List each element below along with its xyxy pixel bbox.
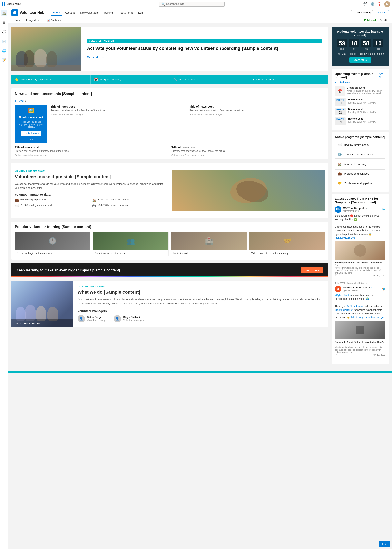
training-card-0[interactable]: 🕐 Overview: Login and track hours bbox=[15, 231, 91, 257]
news-grid-2: Title of news post Preview that shows th… bbox=[15, 146, 325, 156]
sharepoint-icon bbox=[2, 2, 5, 6]
stat-0: 💼 6,000 new job placements bbox=[15, 198, 91, 202]
hero-cta-link[interactable]: Get started → bbox=[87, 56, 322, 59]
nav-home[interactable]: Home bbox=[51, 10, 62, 16]
add-news-button[interactable]: + + Add News bbox=[21, 131, 41, 136]
sidebar-chat-icon[interactable]: 💬 bbox=[1, 29, 7, 35]
training-card-1[interactable]: 👥 Coordinate a volunteer event bbox=[93, 231, 169, 257]
training-grid: 🕐 Overview: Login and track hours 👥 Coor… bbox=[15, 231, 325, 257]
tweet-0-header: MN MSFT for Nonprofits ✓ @msftnonprofits… bbox=[335, 206, 385, 213]
training-thumb-2: 🏥 bbox=[171, 232, 247, 250]
home-icon: 🏠 bbox=[92, 198, 96, 202]
training-section: Popular volunteer training [Sample conte… bbox=[11, 222, 328, 260]
quick-link-toolkit[interactable]: 🔧 Volunteer toolkit bbox=[170, 75, 249, 84]
news-title: News and announcements [Sample content] bbox=[15, 92, 92, 96]
search-input[interactable] bbox=[166, 2, 222, 6]
countdown-sec: 15 sec bbox=[373, 39, 383, 50]
about-heading: What we do [Sample content] bbox=[77, 290, 323, 295]
childcare-icon: ⚙️ bbox=[337, 153, 342, 156]
making-diff-section: MAKING A DIFFERENCE Volunteers make it p… bbox=[11, 163, 328, 218]
quick-link-program-directory[interactable]: 📅 Program directory bbox=[91, 75, 170, 84]
stats-grid: 💼 6,000 new job placements 🏠 13,000 fami… bbox=[15, 198, 168, 208]
sidebar-notes-icon[interactable]: 📝 bbox=[1, 57, 7, 63]
quick-link-volunteer-day[interactable]: ⭐ Volunteer day registration bbox=[11, 75, 91, 84]
news-create-block[interactable]: 🖼️ Create a news post Keep your audience… bbox=[15, 105, 47, 143]
training-card-2[interactable]: 🏥 Basic first-aid bbox=[171, 231, 247, 257]
heart-icon: ♥ bbox=[252, 78, 254, 82]
user-avatar[interactable]: U bbox=[384, 1, 390, 7]
event-info-2: Title of event Tuesday 12:00 AM - 1:00 P… bbox=[348, 117, 377, 123]
star-icon: ☆ bbox=[353, 11, 356, 14]
chat-icon[interactable]: 💬 bbox=[364, 2, 367, 6]
sidebar-home-icon[interactable]: 🏠 bbox=[1, 10, 7, 16]
help-icon[interactable]: ❓ bbox=[377, 2, 381, 6]
analytics-button[interactable]: 📊 Analytics bbox=[45, 18, 62, 22]
making-diff-heading: Volunteers make it possible [Sample cont… bbox=[15, 174, 168, 180]
site-nav: Home About us New volunteers Training Fi… bbox=[51, 10, 145, 16]
page-details-button[interactable]: ℹ Page details bbox=[24, 18, 43, 22]
making-diff-image bbox=[172, 170, 325, 211]
tweet-0-avatar: MN bbox=[335, 206, 341, 213]
tweet-0-actions: ♡ ↻ Jan 14, 2022 bbox=[335, 274, 385, 277]
news-section: News and announcements [Sample content] … bbox=[11, 88, 328, 160]
services-icon: 💼 bbox=[337, 172, 342, 176]
twitter-icon-0: 🐦 bbox=[382, 208, 385, 211]
event-date-2: Month 01 bbox=[335, 117, 346, 125]
training-thumb-0: 🕐 bbox=[15, 232, 90, 250]
page-left: VOLUNTEER CENTER Activate your volunteer… bbox=[11, 27, 332, 364]
left-sidebar: 🏠 ⊞ 💬 📄 🌐 📝 bbox=[0, 8, 8, 549]
tweet-0: MN MSFT for Nonprofits ✓ @msftnonprofits… bbox=[335, 206, 385, 279]
news-item-1: Title of news post Preview that shows th… bbox=[189, 105, 325, 143]
events-see-all[interactable]: See all bbox=[379, 73, 385, 78]
making-diff-body: We cannot thank you enough for your time… bbox=[15, 182, 168, 190]
right-sidebar: National volunteer day [Sample content] … bbox=[332, 27, 389, 364]
news-item-2: Title of news post Preview that shows th… bbox=[15, 146, 168, 156]
nav-files-forms[interactable]: Files & forms bbox=[116, 10, 135, 15]
app-name: SharePoint bbox=[7, 2, 21, 6]
retweet-icon[interactable]: ↻ bbox=[339, 274, 341, 277]
program-item-2[interactable]: 🏠 Affordable housing bbox=[335, 160, 385, 168]
cta-banner: Keep learning to make an even bigger imp… bbox=[11, 263, 328, 278]
nav-new-volunteers[interactable]: New volunteers bbox=[78, 10, 101, 15]
program-item-0[interactable]: 🍽️ Healthy family meals bbox=[335, 141, 385, 149]
manager-1-avatar: 👤 bbox=[114, 315, 121, 322]
settings-icon[interactable]: ⚙️ bbox=[370, 2, 374, 6]
create-event-icon: 📅 bbox=[335, 86, 345, 96]
program-item-4[interactable]: 🤝 Youth mentorship pairing bbox=[335, 179, 385, 188]
nav-about[interactable]: About us bbox=[63, 10, 77, 15]
sidebar-files-icon[interactable]: 📄 bbox=[1, 38, 7, 44]
tweet-1-retweet-header: ↻ MSFT for Nonprofits Retweeted bbox=[335, 282, 385, 285]
create-event-placeholder: 📅 Create an event When you add an event,… bbox=[335, 86, 385, 96]
edit-button[interactable]: ✎ Edit bbox=[378, 18, 389, 22]
retweet-indicator-icon: ↻ bbox=[335, 282, 337, 285]
share-button[interactable]: ↗ Share bbox=[375, 10, 389, 15]
social-widget: Latest updates from MSFT for Nonprofits … bbox=[332, 194, 389, 364]
retweet-icon[interactable]: ↻ bbox=[339, 353, 341, 356]
event-info-1: Title of event Tuesday 12:00 AM - 1:00 P… bbox=[348, 108, 377, 113]
learn-more-button[interactable]: Learn more bbox=[301, 267, 323, 273]
countdown-content: National volunteer day [Sample content] … bbox=[335, 30, 385, 63]
countdown-hrs: 18 hrs bbox=[349, 39, 359, 50]
not-following-button[interactable]: ☆ Not following bbox=[351, 10, 373, 15]
new-button[interactable]: + New bbox=[11, 18, 22, 22]
nav-training[interactable]: Training bbox=[101, 10, 115, 15]
sidebar-sites-icon[interactable]: 🌐 bbox=[1, 48, 7, 54]
program-item-3[interactable]: 💼 Professional services bbox=[335, 169, 385, 178]
making-diff-text: MAKING A DIFFERENCE Volunteers make it p… bbox=[15, 170, 168, 211]
sidebar-apps-icon[interactable]: ⊞ bbox=[1, 20, 7, 25]
like-icon[interactable]: ♡ bbox=[335, 274, 337, 277]
search-bar[interactable]: 🔍 bbox=[159, 2, 224, 7]
add-event-button[interactable]: + + Add event bbox=[335, 81, 385, 84]
news-add[interactable]: + + Add ▾ bbox=[15, 100, 325, 103]
manager-1: 👤 Diego Siciliani Volunteer manager bbox=[114, 315, 144, 322]
quick-link-donation[interactable]: ♥ Donation portal bbox=[249, 75, 328, 84]
site-header-actions: ☆ Not following ↗ Share bbox=[351, 10, 389, 15]
countdown-learn-more-button[interactable]: Learn more bbox=[349, 57, 371, 63]
nav-edit[interactable]: Edit bbox=[136, 10, 145, 15]
star-icon: ⭐ bbox=[15, 77, 19, 82]
edit-button-bottom[interactable]: Edit bbox=[379, 542, 390, 547]
plus-icon: + bbox=[23, 132, 25, 135]
program-item-1[interactable]: ⚙️ Childcare and recreation bbox=[335, 150, 385, 159]
like-icon[interactable]: ♡ bbox=[335, 353, 337, 356]
training-card-3[interactable]: 🤝 Video: Foster trust and community bbox=[249, 231, 325, 257]
